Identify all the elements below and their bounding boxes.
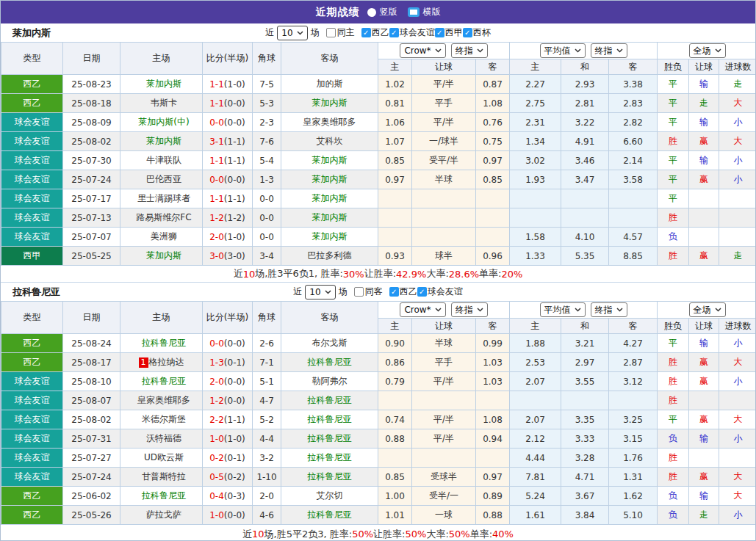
checkbox-icon[interactable]: ✓ [361,28,371,37]
away-team-name[interactable]: 莱加内斯 [312,193,348,203]
home-team[interactable]: 拉科鲁尼亚 [120,334,203,353]
away-team-name[interactable]: 莱加内斯 [312,98,348,108]
away-team-name[interactable]: 拉科鲁尼亚 [308,414,352,424]
layout-radio-option[interactable]: 横版 [408,6,441,18]
away-team[interactable]: 布尔戈斯 [281,334,378,353]
away-team[interactable]: 勒阿弗尔 [281,372,378,391]
home-team[interactable]: 莱加内斯(中) [120,113,203,132]
away-team-name[interactable]: 勒阿弗尔 [312,376,348,386]
league-filter-checkbox[interactable]: ✓ 球会友谊 [417,286,463,298]
away-team-name[interactable]: 拉科鲁尼亚 [308,471,352,482]
away-team-name[interactable]: 拉科鲁尼亚 [308,509,352,520]
away-team[interactable]: 拉科鲁尼亚 [281,391,378,410]
league-filter-checkbox[interactable]: ✓ 西乙 [361,26,389,39]
checkbox-icon[interactable] [354,287,364,297]
away-team[interactable]: 艾科坎 [281,132,378,151]
rounds-select[interactable]: 10 [305,285,335,299]
away-team[interactable]: 拉科鲁尼亚 [281,353,378,372]
venue-filter-checkbox[interactable]: 同主 [326,26,355,39]
home-team-name[interactable]: 拉科鲁尼亚 [142,338,186,348]
home-team[interactable]: 韦斯卡 [120,94,203,113]
away-team-name[interactable]: 加的斯 [317,79,343,89]
home-team-name[interactable]: 皇家奥维耶多 [137,395,190,405]
home-team-name[interactable]: 牛津联队 [146,155,181,165]
away-team[interactable]: 巴拉多利德 [281,247,378,266]
away-team-name[interactable]: 拉科鲁尼亚 [308,452,352,462]
away-team[interactable]: 莱加内斯 [281,228,378,247]
away-team[interactable]: 皇家奥维耶多 [281,113,378,132]
checkbox-icon[interactable]: ✓ [435,28,444,37]
home-team-name[interactable]: 萨拉戈萨 [146,509,181,520]
home-team-name[interactable]: 拉科鲁尼亚 [142,490,186,501]
dropdown-select[interactable]: 终指 [591,43,627,58]
home-team[interactable]: 牛津联队 [120,151,203,170]
away-team-name[interactable]: 莱加内斯 [312,231,348,242]
home-team[interactable]: 拉科鲁尼亚 [120,372,203,391]
dropdown-select[interactable]: 终指 [451,43,488,58]
home-team[interactable]: 巴伦西亚 [120,170,203,189]
home-team-name[interactable]: 莱加内斯 [146,79,181,89]
checkbox-icon[interactable]: ✓ [463,28,472,37]
venue-filter-checkbox[interactable]: 同客 [354,286,383,298]
home-team-name[interactable]: 沃特福德 [146,433,181,443]
away-team[interactable]: 加的斯 [281,75,378,94]
away-team[interactable]: 拉科鲁尼亚 [281,506,378,525]
away-team[interactable]: 莱加内斯 [281,170,378,189]
home-team[interactable]: 莱加内斯 [120,75,203,94]
dropdown-select[interactable]: Crow* [400,43,445,58]
dropdown-select[interactable]: 终指 [591,302,627,317]
home-team-name[interactable]: 甘普斯特拉 [142,471,186,482]
home-team[interactable]: 拉科鲁尼亚 [120,487,203,506]
home-team-name[interactable]: 拉科鲁尼亚 [142,376,186,386]
dropdown-select[interactable]: 全场 [689,43,726,58]
home-team[interactable]: 里士满踢球者 [120,189,203,208]
away-team-name[interactable]: 莱加内斯 [312,174,348,184]
rounds-select[interactable]: 10 [277,26,307,40]
home-team[interactable]: 萨拉戈萨 [120,506,203,525]
home-team[interactable]: 1格拉纳达 [120,353,203,372]
away-team-name[interactable]: 拉科鲁尼亚 [308,433,352,443]
away-team[interactable]: 艾尔切 [281,487,378,506]
league-filter-checkbox[interactable]: ✓ 西甲 [435,26,463,39]
home-team-name[interactable]: 路易斯维尔FC [136,212,191,222]
home-team-name[interactable]: 米德尔斯堡 [142,414,186,424]
away-team-name[interactable]: 巴拉多利德 [308,250,352,261]
away-team[interactable]: 拉科鲁尼亚 [281,410,378,429]
home-team-name[interactable]: 韦斯卡 [151,98,177,108]
away-team[interactable]: 拉科鲁尼亚 [281,449,378,468]
checkbox-icon[interactable]: ✓ [389,28,399,37]
home-team[interactable]: 莱加内斯 [120,247,203,266]
home-team[interactable]: 沃特福德 [120,429,203,449]
away-team[interactable]: 莱加内斯 [281,94,378,113]
checkbox-icon[interactable]: ✓ [417,287,427,297]
dropdown-select[interactable]: Crow* [400,302,445,317]
home-team-name[interactable]: 莱加内斯 [146,136,181,146]
away-team-name[interactable]: 莱加内斯 [312,212,348,222]
dropdown-select[interactable]: 终指 [451,302,488,317]
away-team[interactable]: 莱加内斯 [281,151,378,170]
home-team-name[interactable]: 巴伦西亚 [146,174,181,184]
radio-icon[interactable] [408,7,420,17]
home-team-name[interactable]: 里士满踢球者 [137,193,190,203]
away-team-name[interactable]: 艾科坎 [317,136,343,146]
dropdown-select[interactable]: 全场 [689,302,726,317]
league-filter-checkbox[interactable]: ✓ 西乙 [389,286,417,298]
home-team-name[interactable]: 格拉纳达 [149,357,184,367]
radio-icon[interactable] [367,8,376,17]
home-team-name[interactable]: UD欧云斯 [144,452,184,462]
home-team[interactable]: 莱加内斯 [120,132,203,151]
home-team[interactable]: 米德尔斯堡 [120,410,203,429]
layout-radio-option[interactable]: 竖版 [367,6,397,18]
home-team[interactable]: 皇家奥维耶多 [120,391,203,410]
dropdown-select[interactable]: 平均值 [540,43,586,58]
home-team[interactable]: 美洲狮 [120,228,203,247]
checkbox-icon[interactable]: ✓ [389,287,399,297]
away-team[interactable]: 莱加内斯 [281,208,378,228]
away-team-name[interactable]: 莱加内斯 [312,155,348,165]
away-team-name[interactable]: 拉科鲁尼亚 [308,357,352,367]
away-team[interactable]: 拉科鲁尼亚 [281,429,378,449]
home-team-name[interactable]: 莱加内斯(中) [138,117,189,127]
away-team[interactable]: 莱加内斯 [281,189,378,208]
away-team-name[interactable]: 拉科鲁尼亚 [308,395,352,405]
away-team[interactable]: 拉科鲁尼亚 [281,468,378,487]
